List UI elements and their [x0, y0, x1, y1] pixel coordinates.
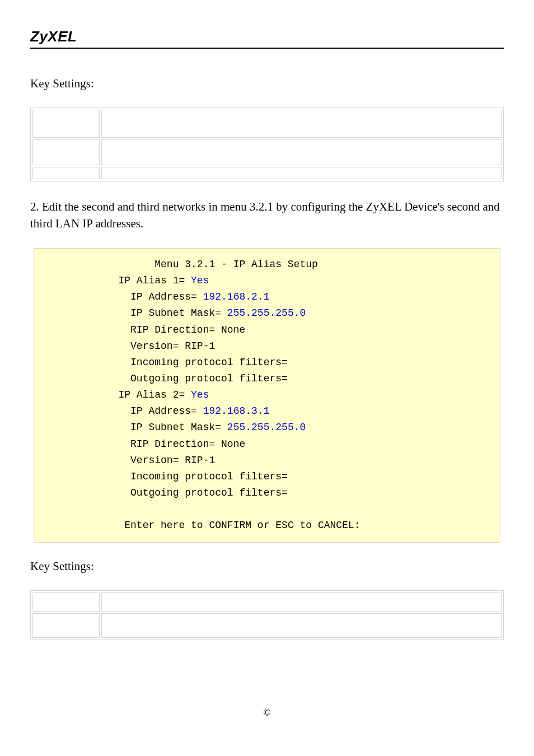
page: ZyXEL Key Settings: 2. Edit the second a…: [0, 0, 534, 741]
table-row: [32, 592, 502, 612]
alias2-mask-value: 255.255.255.0: [227, 422, 306, 433]
alias2-label: IP Alias 2=: [118, 389, 191, 400]
table-row: [32, 167, 502, 179]
alias2-out-filters: Outgoing protocol filters=: [130, 487, 288, 498]
terminal-footer: Enter here to CONFIRM or ESC to CANCEL:: [124, 520, 360, 531]
alias2-value: Yes: [191, 389, 209, 400]
terminal-title: Menu 3.2.1 - IP Alias Setup: [154, 259, 318, 270]
table-cell: [32, 613, 100, 638]
alias2-version: Version= RIP-1: [130, 455, 215, 466]
table-cell: [101, 110, 502, 138]
alias2-mask-label: IP Subnet Mask=: [130, 422, 227, 433]
table-cell: [32, 592, 100, 612]
alias1-rip-dir: RIP Direction= None: [130, 324, 245, 335]
table-row: [32, 110, 502, 138]
table-cell: [101, 592, 502, 612]
alias2-in-filters: Incoming protocol filters=: [130, 471, 288, 482]
settings-table-2: [30, 590, 504, 640]
alias1-in-filters: Incoming protocol filters=: [130, 357, 288, 368]
settings-table-1: [30, 108, 504, 181]
alias1-mask-value: 255.255.255.0: [227, 307, 306, 319]
table-cell: [101, 613, 502, 638]
alias1-label: IP Alias 1=: [118, 275, 191, 286]
alias2-ip-label: IP Address=: [130, 405, 203, 417]
alias2-ip-value: 192.168.3.1: [203, 405, 270, 417]
alias1-out-filters: Outgoing protocol filters=: [130, 373, 288, 384]
table-cell: [32, 167, 100, 179]
table-cell: [101, 139, 502, 165]
table-cell: [32, 110, 100, 138]
alias1-version: Version= RIP-1: [130, 340, 215, 352]
alias1-value: Yes: [191, 275, 209, 286]
alias1-mask-label: IP Subnet Mask=: [130, 307, 227, 319]
instruction-paragraph: 2. Edit the second and third networks in…: [30, 198, 504, 232]
table-row: [32, 613, 502, 638]
alias1-ip-value: 192.168.2.1: [203, 291, 270, 302]
page-header: ZyXEL: [30, 28, 504, 49]
table-row: [32, 139, 502, 165]
page-footer: ©: [30, 707, 504, 718]
terminal-block: Menu 3.2.1 - IP Alias Setup IP Alias 1= …: [34, 248, 500, 543]
table-cell: [32, 139, 100, 165]
key-settings-heading-1: Key Settings:: [30, 77, 504, 91]
table-cell: [101, 167, 502, 179]
copyright-symbol: ©: [264, 707, 271, 718]
key-settings-heading-2: Key Settings:: [30, 559, 504, 573]
alias1-ip-label: IP Address=: [130, 291, 203, 302]
alias2-rip-dir: RIP Direction= None: [130, 438, 245, 450]
brand-logo: ZyXEL: [30, 28, 504, 45]
